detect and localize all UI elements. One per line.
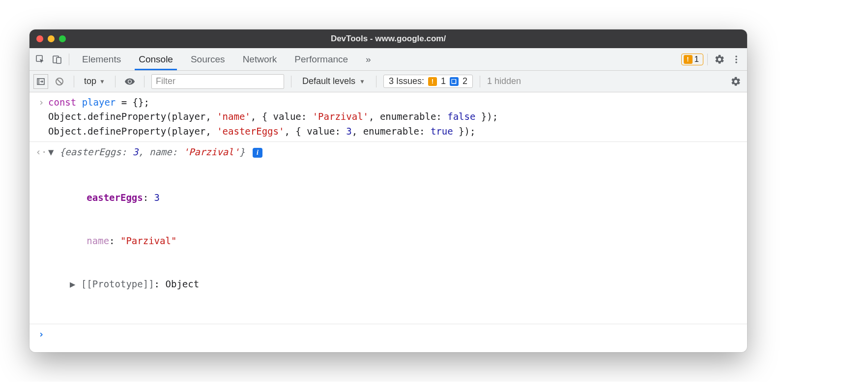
- hidden-count: 1 hidden: [487, 76, 521, 86]
- console-toolbar: top ▼ Default levels ▼ 3 Issues: ! 1 ❏ 2…: [29, 71, 747, 92]
- divider: [74, 76, 74, 87]
- prompt-icon: ›: [34, 95, 48, 139]
- warning-icon: !: [428, 77, 437, 86]
- svg-point-3: [735, 56, 737, 57]
- context-label: top: [84, 76, 96, 86]
- toggle-console-sidebar-icon[interactable]: [33, 74, 48, 89]
- kebab-menu-icon[interactable]: [728, 52, 744, 67]
- property-row[interactable]: name: "Parzival": [70, 234, 742, 248]
- divider: [376, 76, 376, 87]
- minimize-window-button[interactable]: [48, 35, 55, 42]
- console-settings-icon[interactable]: [728, 74, 743, 89]
- window-title: DevTools - www.google.com/: [29, 34, 747, 44]
- clear-console-icon[interactable]: [52, 74, 67, 89]
- devtools-window: DevTools - www.google.com/ Elements Cons…: [29, 29, 747, 352]
- device-toolbar-icon[interactable]: [49, 52, 65, 67]
- divider: [115, 76, 116, 87]
- warnings-badge[interactable]: ! 1: [681, 54, 703, 65]
- divider: [707, 54, 708, 65]
- disclosure-triangle-icon[interactable]: ▶: [70, 279, 81, 289]
- tabs: Elements Console Sources Network Perform…: [73, 48, 380, 70]
- tab-elements[interactable]: Elements: [73, 48, 130, 70]
- console-prompt-row[interactable]: ›: [29, 326, 747, 342]
- settings-icon[interactable]: [712, 52, 727, 67]
- tabbar: Elements Console Sources Network Perform…: [29, 48, 747, 71]
- traffic-lights: [36, 35, 66, 42]
- console-input-row: › const player = {}; Object.defineProper…: [29, 94, 747, 140]
- tab-console[interactable]: Console: [130, 48, 182, 70]
- svg-point-4: [735, 58, 737, 60]
- result-preview[interactable]: ▼ {easterEggs: 3, name: 'Parzival'} i: [48, 145, 742, 159]
- filter-input[interactable]: [151, 74, 284, 89]
- property-row[interactable]: easterEggs: 3: [70, 191, 742, 205]
- expanded-object: easterEggs: 3 name: "Parzival" ▶ [[Proto…: [29, 161, 747, 322]
- log-levels-selector[interactable]: Default levels ▼: [298, 75, 369, 87]
- inspect-element-icon[interactable]: [32, 52, 48, 67]
- warning-icon: !: [684, 55, 693, 64]
- info-icon[interactable]: i: [253, 148, 262, 158]
- svg-point-5: [735, 61, 737, 63]
- live-expression-icon[interactable]: [122, 74, 137, 89]
- console-output: › const player = {}; Object.defineProper…: [29, 92, 747, 352]
- result-icon: ‹·: [34, 145, 48, 159]
- prototype-row[interactable]: ▶ [[Prototype]]: Object: [70, 277, 742, 291]
- tab-performance[interactable]: Performance: [286, 48, 357, 70]
- disclosure-triangle-icon[interactable]: ▼: [48, 146, 59, 157]
- divider: [69, 54, 69, 65]
- context-selector[interactable]: top ▼: [81, 75, 108, 87]
- prompt-icon: ›: [34, 327, 48, 341]
- tab-network[interactable]: Network: [234, 48, 286, 70]
- zoom-window-button[interactable]: [59, 35, 66, 42]
- levels-label: Default levels: [302, 76, 355, 86]
- titlebar: DevTools - www.google.com/: [29, 29, 747, 48]
- chevron-down-icon: ▼: [99, 78, 105, 85]
- more-tabs-button[interactable]: »: [357, 48, 380, 70]
- issues-label: 3 Issues:: [389, 76, 424, 86]
- close-window-button[interactable]: [36, 35, 43, 42]
- svg-rect-2: [57, 57, 61, 63]
- console-input[interactable]: [48, 327, 742, 341]
- divider: [291, 76, 291, 87]
- tab-sources[interactable]: Sources: [182, 48, 234, 70]
- issues-info-count: 2: [463, 76, 467, 86]
- issues-button[interactable]: 3 Issues: ! 1 ❏ 2: [383, 75, 473, 88]
- issues-warn-count: 1: [441, 76, 446, 86]
- warnings-count: 1: [694, 55, 699, 64]
- code-block[interactable]: const player = {}; Object.defineProperty…: [48, 95, 742, 139]
- console-result-row: ‹· ▼ {easterEggs: 3, name: 'Parzival'} i: [29, 144, 747, 160]
- chevron-down-icon: ▼: [359, 78, 365, 85]
- divider: [144, 76, 145, 87]
- info-icon: ❏: [450, 77, 459, 86]
- divider: [480, 76, 480, 87]
